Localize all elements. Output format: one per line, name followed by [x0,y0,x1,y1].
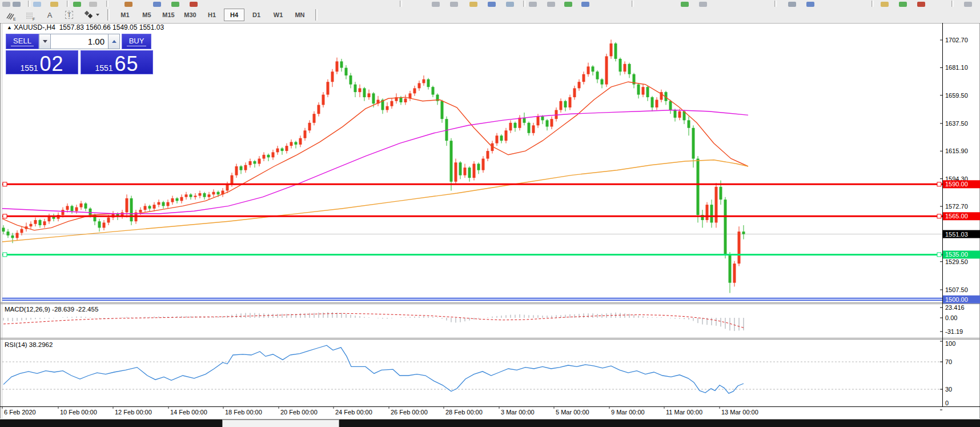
tf-m5[interactable]: M5 [137,9,156,21]
candle-body [43,221,46,225]
collapse-arrow-icon[interactable]: ▲ [7,25,12,30]
candle-body [715,187,718,223]
bottom-taskbar-segment[interactable] [222,420,339,427]
candle-body [432,87,435,94]
toolbar-icon-fragment[interactable] [899,2,907,7]
grid-glyph: F [25,11,36,21]
rsi-panel[interactable] [2,345,942,393]
tf-m1[interactable]: M1 [115,9,135,21]
toolbar-icon-fragment[interactable] [581,2,589,7]
time-label: 20 Feb 00:00 [280,409,318,416]
toolbar-icon-fragment[interactable] [469,2,477,7]
tf-m30[interactable]: M30 [180,9,200,21]
level-handle[interactable] [3,214,7,218]
toolbar-icon-fragment[interactable] [699,2,707,7]
candle-body [11,236,14,238]
toolbar-icon-fragment[interactable] [432,2,440,7]
candle-body [450,141,453,182]
toolbar-icon-fragment[interactable] [788,2,796,7]
volume-increase-button[interactable] [108,34,120,49]
candle-body [203,193,206,197]
volume-decrease-button[interactable] [39,34,51,49]
toolbar-icon-fragment[interactable] [806,2,814,7]
candle-body [646,87,649,97]
toolbar-icon-fragment[interactable] [171,2,179,7]
candle-body [180,197,183,201]
chart-ohlc-header: ▲ XAUUSD-,H4 1557.83 1560.66 1549.05 155… [7,23,164,31]
time-label: 18 Feb 00:00 [225,409,262,416]
toolbar-icon-fragment[interactable] [190,2,198,7]
candle-body [185,194,188,197]
toolbar-icon-fragment[interactable] [529,2,537,7]
candle-body [651,97,654,107]
level-handle[interactable] [937,253,941,257]
price-chart[interactable]: 1702.701681.101659.501637.501615.901594.… [0,22,980,419]
toolbar-icon-fragment[interactable] [13,2,21,7]
toolbar-icon-fragment[interactable] [488,2,496,7]
candle-body [692,128,695,159]
price-tick-label: 1637.50 [945,120,968,127]
toolbar-icon-fragment[interactable] [33,2,41,7]
tf-h4[interactable]: H4 [224,9,244,21]
candle-body [254,161,256,163]
text-label-icon[interactable]: A [41,9,58,21]
level-handle[interactable] [937,182,941,186]
toolbar-icon-fragment[interactable] [124,2,132,7]
ohlc-values: 1557.83 1560.66 1549.05 1551.03 [59,23,164,31]
rsi-scale-label: 0 [945,400,949,406]
buy-price-big: 65 [115,56,139,72]
toolbar-icon-fragment[interactable] [964,2,972,7]
price-axis[interactable]: 1702.701681.101659.501637.501615.901594.… [940,37,980,410]
price-tick-label: 1681.10 [945,64,968,71]
toolbar-icon-fragment[interactable] [506,2,514,7]
candle-body [427,79,430,87]
toolbar-icon-fragment[interactable] [89,2,97,7]
candle-body [537,117,540,126]
level-handle[interactable] [3,182,7,186]
macd-panel[interactable] [3,312,744,331]
toolbar-icon-fragment[interactable] [917,2,925,7]
tf-m15[interactable]: M15 [159,9,178,21]
main-panel[interactable] [2,39,943,300]
candle-body [226,184,229,190]
level-handle[interactable] [937,214,941,218]
level-handle[interactable] [3,253,7,257]
sell-price-box[interactable]: 1551 02 [6,50,78,74]
candle-body [71,206,74,211]
chart-window: 1702.701681.101659.501637.501615.901594.… [0,22,980,419]
chart-toolbar: E F A T M1 M5 M15 M30 H1 H4 D1 W1 MN [0,7,980,23]
candle-body [514,123,517,128]
toolbar-icon-fragment[interactable] [681,2,689,7]
toolbar-icon-fragment[interactable] [50,2,58,7]
volume-input[interactable] [51,34,108,49]
tf-d1[interactable]: D1 [247,9,266,21]
buy-price-box[interactable]: 1551 65 [81,50,153,74]
objects-dropdown-icon[interactable] [80,9,103,21]
sell-button[interactable]: SELL [6,34,39,49]
indicators-icon[interactable]: E [2,9,19,21]
time-label: 12 Feb 00:00 [115,409,152,416]
toolbar-icon-fragment[interactable] [153,2,161,7]
tf-mn[interactable]: MN [290,9,310,21]
tf-w1[interactable]: W1 [268,9,288,21]
tf-h1[interactable]: H1 [202,9,222,21]
text-box-icon[interactable]: T [61,9,78,21]
toolbar-icon-fragment[interactable] [547,2,555,7]
toolbar-icon-fragment[interactable] [564,2,572,7]
ma-slow-line [2,160,748,242]
toolbar-icon-fragment[interactable] [881,2,889,7]
time-axis[interactable]: 6 Feb 202010 Feb 00:0012 Feb 00:0014 Feb… [2,407,758,416]
candle-body [413,88,416,93]
level-badge-label: 1535.00 [945,251,968,258]
candle-body [267,155,270,157]
toolbar-icon-fragment[interactable] [450,2,458,7]
time-label: 14 Feb 00:00 [170,409,207,416]
rsi-scale-label: 100 [945,340,955,347]
toolbar-icon-fragment[interactable] [2,2,10,7]
toolbar-icon-fragment[interactable] [73,2,81,7]
buy-button[interactable]: BUY [122,34,151,49]
candle-body [199,193,202,195]
time-label: 5 Mar 00:00 [556,409,589,416]
down-arrow-icon [43,40,47,43]
grid-icon[interactable]: F [22,9,39,21]
